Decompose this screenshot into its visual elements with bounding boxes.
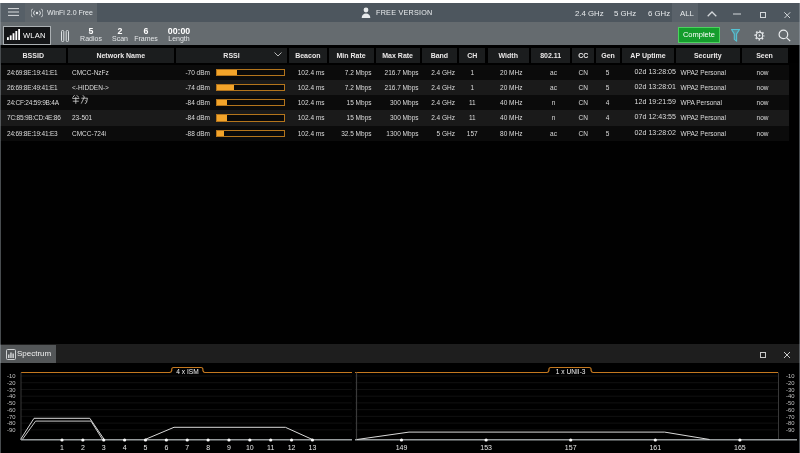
svg-text:1: 1	[60, 444, 64, 451]
svg-text:-90: -90	[7, 427, 16, 433]
svg-text:-30: -30	[786, 387, 795, 393]
svg-text:-80: -80	[786, 420, 795, 426]
svg-text:-50: -50	[786, 400, 795, 406]
svg-text:7: 7	[185, 444, 189, 451]
svg-text:-90: -90	[786, 427, 795, 433]
svg-text:-10: -10	[7, 373, 16, 379]
svg-text:-40: -40	[786, 393, 795, 399]
svg-text:-80: -80	[7, 420, 16, 426]
svg-text:-40: -40	[7, 393, 16, 399]
svg-text:8: 8	[206, 444, 210, 451]
svg-text:-70: -70	[786, 414, 795, 420]
svg-text:13: 13	[309, 444, 317, 451]
svg-text:-20: -20	[7, 380, 16, 386]
svg-text:4 x ISM: 4 x ISM	[176, 368, 198, 375]
svg-text:165: 165	[734, 444, 746, 451]
svg-text:5: 5	[144, 444, 148, 451]
svg-text:-20: -20	[786, 380, 795, 386]
svg-text:12: 12	[288, 444, 296, 451]
svg-text:9: 9	[227, 444, 231, 451]
svg-text:2: 2	[81, 444, 85, 451]
svg-text:11: 11	[267, 444, 274, 451]
svg-text:153: 153	[480, 444, 492, 451]
svg-text:-70: -70	[7, 414, 16, 420]
svg-text:-60: -60	[786, 407, 795, 413]
svg-text:4: 4	[123, 444, 127, 451]
svg-text:-50: -50	[7, 400, 16, 406]
svg-text:6: 6	[164, 444, 168, 451]
svg-text:-30: -30	[7, 387, 16, 393]
svg-text:-10: -10	[786, 373, 795, 379]
svg-text:-60: -60	[7, 407, 16, 413]
svg-text:157: 157	[565, 444, 577, 451]
svg-text:149: 149	[396, 444, 408, 451]
svg-text:161: 161	[649, 444, 661, 451]
svg-text:1 x UNII-3: 1 x UNII-3	[556, 368, 586, 375]
svg-text:10: 10	[246, 444, 254, 451]
svg-text:3: 3	[102, 444, 106, 451]
